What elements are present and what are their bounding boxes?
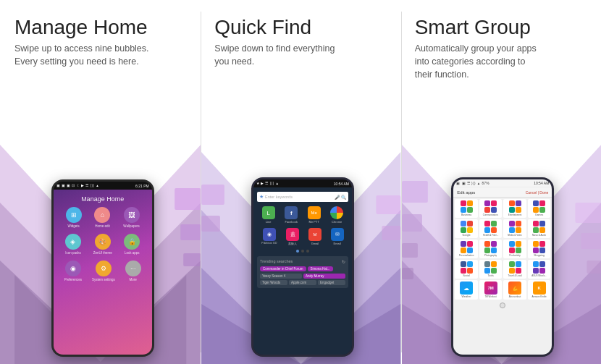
p3-cat-communication: Communication. xyxy=(479,199,503,218)
p2-trending-header: Trending searches ↻ xyxy=(260,259,345,264)
p3-cat-photo: Photography xyxy=(479,240,503,258)
p1-label-widgets: Widgets xyxy=(67,224,79,228)
p2-app-email: ✉ Email xyxy=(331,228,344,245)
p3-app-weather: ☁ Weather xyxy=(455,280,478,300)
p2-time: 10:54 AM xyxy=(334,182,349,186)
p1-icon-widgets: ⊞ Widgets xyxy=(66,207,82,228)
phone3-screen: Business Communication. xyxy=(453,198,552,355)
p3-home-btn[interactable] xyxy=(500,302,505,308)
p2-apps-row2: ◉ Pokémon GO 盖 蓋飯人 M Gmail xyxy=(253,227,352,247)
p3-app-kindle: K Amazon Kindle xyxy=(528,280,551,300)
section2-title: Quick Find xyxy=(214,16,390,39)
p1-icon-sysset: ⚙ System settings xyxy=(92,261,115,282)
p3-cat-health: Health & Fitne... xyxy=(479,219,503,238)
p1-label-homeedit: Home edit xyxy=(95,224,110,228)
p3-time: 10:54 AM xyxy=(534,181,549,185)
phone2-screen: ★ Enter keywords 🎤 🔍 L Line xyxy=(253,187,352,355)
p3-app-7mworkout: 7M 7M Workout xyxy=(479,280,503,300)
p1-time: 6:21 PM xyxy=(135,184,149,188)
p2-pill-2[interactable]: Simona Hal... xyxy=(308,266,333,271)
p3-header-title: Edit apps xyxy=(457,190,475,195)
p1-icon-row1: ⊞ Widgets ⌂ Home edit 🖼 Wallpapers xyxy=(54,207,152,228)
p2-status-icons: ★ ▶ ☰ ))) ▲ xyxy=(256,182,279,185)
p1-label-sysset: System settings xyxy=(92,278,115,282)
phone1-screen: Manage Home ⊞ Widgets ⌂ Home edit xyxy=(54,190,152,355)
p3-cat-google: Google xyxy=(455,219,478,238)
phone3: ▣ ▣ ☰ ))) ▲ 87% 10:54 AM Edit apps Cance… xyxy=(451,177,554,357)
phone2: ★ ▶ ☰ ))) ▲ 10:54 AM ★ Enter keywords 🎤 … xyxy=(251,177,354,357)
p2-app-pokemon: ◉ Pokémon GO xyxy=(261,228,277,245)
p2-search-star: ★ xyxy=(259,194,264,200)
p2-app-gaifan: 盖 蓋飯人 xyxy=(286,228,299,245)
p3-cat-prod: Productivity xyxy=(503,240,526,258)
p2-app-meptt: Me Me PTT xyxy=(308,206,321,224)
p1-screen-title: Manage Home xyxy=(54,190,152,207)
p2-tr2-item2[interactable]: Apple.com xyxy=(289,280,316,285)
p2-search-placeholder: Enter keywords xyxy=(265,195,333,199)
section-manage-home: Manage Home Swipe up to access nine bubb… xyxy=(0,0,201,364)
page-wrapper: Manage Home Swipe up to access nine bubb… xyxy=(0,0,601,364)
p1-icon-more: ··· More xyxy=(125,261,141,282)
p1-icon-iconpacks: ◈ Icon packs xyxy=(65,234,81,255)
section1-title: Manage Home xyxy=(14,16,190,39)
phone1: ▣ ▣ ▣ ⊡ ☾ ▶ ☰ ))) ▲ 6:21 PM Manage Home … xyxy=(51,179,154,357)
p3-cat-business: Business xyxy=(455,199,478,218)
phone1-wrapper: ▣ ▣ ▣ ⊡ ☾ ▶ ☰ ))) ▲ 6:21 PM Manage Home … xyxy=(14,179,190,357)
section1-desc: Swipe up to access nine bubbles. Every s… xyxy=(14,42,190,68)
p1-icon-homeedit: ⌂ Home edit xyxy=(94,207,110,228)
section-quick-find: Quick Find Swipe down to find everything… xyxy=(201,0,400,364)
p2-refresh-icon: ↻ xyxy=(342,259,345,264)
phone1-statusbar: ▣ ▣ ▣ ⊡ ☾ ▶ ☰ ))) ▲ 6:21 PM xyxy=(54,182,152,190)
p2-app-line: L Line xyxy=(262,206,275,224)
p1-icon-row2: ◈ Icon packs 🎨 ZenUI theme 🔒 Lock apps xyxy=(54,234,152,255)
p3-cat-personal: Personalization xyxy=(455,240,478,258)
p1-icon-zenui: 🎨 ZenUI theme xyxy=(93,234,112,255)
p3-app-header: Edit apps Cancel | Done xyxy=(453,187,552,198)
p2-tr1-item1[interactable]: Yeezy Season 4 xyxy=(260,274,302,279)
p1-label-zenui: ZenUI theme xyxy=(93,251,112,255)
p1-label-iconpacks: Icon packs xyxy=(65,251,81,255)
section3-desc: Automatically group your apps into categ… xyxy=(415,42,591,81)
p2-app-chrome: Chrome xyxy=(330,206,343,224)
p2-searchbar[interactable]: ★ Enter keywords 🎤 🔍 xyxy=(257,192,348,202)
p3-cat-entertainment: Entertainment xyxy=(503,199,526,218)
p2-pills-row: Commander in Chief Forum Simona Hal... xyxy=(260,266,345,271)
p1-icon-row3: ◉ Preferences ⚙ System settings ··· More xyxy=(54,261,152,282)
p3-cat-shop: Shopping xyxy=(528,240,551,258)
p2-dots xyxy=(253,250,352,253)
phone3-statusbar: ▣ ▣ ☰ ))) ▲ 87% 10:54 AM xyxy=(453,179,552,187)
p2-pill-1[interactable]: Commander in Chief Forum xyxy=(260,266,306,271)
p3-app-absworkout: 💪 Abs workout xyxy=(503,280,526,300)
p3-cat-social: Social xyxy=(455,260,478,279)
p2-tr2-item1[interactable]: Tiger Woods xyxy=(260,280,287,285)
p2-app-gmail: M Gmail xyxy=(308,228,321,245)
p3-header-actions[interactable]: Cancel | Done xyxy=(526,190,549,195)
p2-app-facebook: f Facebook xyxy=(285,206,298,224)
p1-status-icons: ▣ ▣ ▣ ⊡ ☾ ▶ ☰ ))) ▲ xyxy=(56,184,99,187)
p2-trending-row1: Yeezy Season 4 Andy Murray xyxy=(260,274,345,279)
p2-tr1-item2[interactable]: Andy Murray xyxy=(303,274,345,279)
p1-label-lockapps: Lock apps xyxy=(125,251,140,255)
p2-apps-row1: L Line f Facebook Me Me PTT xyxy=(253,205,352,225)
p2-trending-title: Trending searches xyxy=(260,259,293,264)
p3-cat-tools: Tools xyxy=(479,260,503,279)
p1-icon-prefs: ◉ Preferences xyxy=(64,261,82,282)
p2-search-icon: 🔍 xyxy=(341,195,346,200)
p2-mic-icon: 🎤 xyxy=(335,195,340,200)
svg-rect-22 xyxy=(402,268,413,279)
main-content: Manage Home Swipe up to access nine bubb… xyxy=(0,0,601,364)
section3-title: Smart Group xyxy=(415,16,591,39)
p3-cat-asus: ASUS Wtools... xyxy=(528,260,551,279)
p1-label-more: More xyxy=(130,278,137,282)
p3-cat-music: Music & Audio xyxy=(528,219,551,238)
p1-label-prefs: Preferences xyxy=(64,278,82,282)
p3-cat-media: Media & Video xyxy=(503,219,526,238)
p3-nav xyxy=(455,302,550,308)
p3-cat-grid: Business Communication. xyxy=(455,199,550,300)
p3-cat-travel: Travel & Local xyxy=(503,260,526,279)
p1-icon-wallpapers: 🖼 Wallpapers xyxy=(123,207,139,228)
p3-cat-games: Games xyxy=(528,199,551,218)
p2-tr2-item3[interactable]: Engadget xyxy=(318,280,345,285)
p1-label-wallpapers: Wallpapers xyxy=(123,224,139,228)
section-smart-group: Smart Group Automatically group your app… xyxy=(402,0,601,364)
